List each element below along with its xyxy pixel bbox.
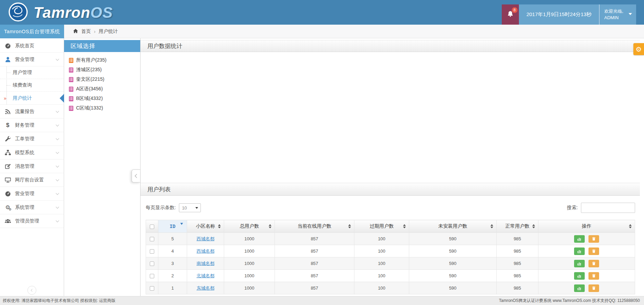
chevron-down-icon bbox=[56, 123, 59, 126]
sidebar-item-label: 流量报告 bbox=[15, 109, 52, 115]
sidebar-collapse-button[interactable] bbox=[27, 286, 36, 295]
column-header-total-users[interactable]: 总用户数 bbox=[224, 220, 275, 233]
sidebar-item-finance[interactable]: 财务管理 bbox=[0, 118, 64, 132]
community-link[interactable]: 北城名都 bbox=[197, 273, 215, 278]
tree-node-icon bbox=[69, 58, 73, 63]
cell-total: 1000 bbox=[224, 257, 275, 270]
column-header-uninstalled-users[interactable]: 未安装用户数 bbox=[409, 220, 497, 233]
sidebar-item-business[interactable]: 营业管理 bbox=[0, 53, 64, 66]
tamronos-admin-app: TamronOS 8 2017年1月9日15时24分13秒 欢迎光临, ADMI… bbox=[0, 0, 644, 305]
region-item-all-users[interactable]: 所有用户(235) bbox=[64, 55, 140, 65]
delete-button[interactable] bbox=[588, 247, 599, 255]
sidebar-item-traffic-report[interactable]: 流量报告 bbox=[0, 105, 64, 118]
table-row: 3 南城名都 1000 857 100 590 985 bbox=[146, 257, 635, 270]
sidebar-item-dashboard[interactable]: 系统首页 bbox=[0, 39, 64, 53]
delete-button[interactable] bbox=[588, 260, 599, 267]
cell-id: 3 bbox=[158, 257, 187, 270]
chevron-down-icon bbox=[629, 13, 632, 15]
column-header-expired-users[interactable]: 过期用户数 bbox=[354, 220, 409, 233]
brand-logo[interactable]: TamronOS bbox=[8, 2, 113, 23]
column-header-actions[interactable]: 操作 bbox=[538, 220, 635, 233]
view-chart-button[interactable] bbox=[574, 235, 585, 243]
sidebar-item-user-management[interactable]: 用户管理 bbox=[0, 66, 64, 79]
globe-logo-icon bbox=[8, 2, 28, 23]
cell-total: 1000 bbox=[224, 270, 275, 282]
system-title: TamronOS后台管理系统 bbox=[0, 25, 64, 38]
view-chart-button[interactable] bbox=[574, 260, 585, 267]
sidebar-item-model-system[interactable]: 模型系统 bbox=[0, 146, 64, 160]
per-page-label: 每页显示条数: bbox=[146, 205, 176, 211]
community-link[interactable]: 西城名都 bbox=[197, 236, 215, 241]
tree-node-icon bbox=[69, 87, 73, 92]
cell-uninstalled: 590 bbox=[409, 270, 497, 282]
sidebar-item-label: 营业管理 bbox=[15, 191, 52, 197]
row-checkbox[interactable] bbox=[150, 286, 154, 291]
search-input[interactable] bbox=[581, 203, 635, 213]
chevron-down-icon bbox=[56, 57, 59, 61]
column-header-id[interactable]: ID bbox=[158, 220, 187, 233]
chevron-down-icon bbox=[56, 137, 59, 140]
region-item-c[interactable]: C区域(1332) bbox=[64, 103, 140, 113]
region-item-a[interactable]: A区语(3456) bbox=[64, 84, 140, 94]
per-page-select[interactable]: 10 bbox=[179, 203, 201, 212]
sidebar-item-work-orders[interactable]: 工单管理 bbox=[0, 132, 64, 146]
column-header-community[interactable]: 小区名称 bbox=[187, 220, 224, 233]
list-panel-title: 用户列表 bbox=[141, 183, 640, 196]
sidebar-nav: 系统首页 营业管理 用户管理 续费查询 用户统计 bbox=[0, 38, 64, 296]
table-toolbar: 每页显示条数: 10 搜索: bbox=[146, 203, 635, 213]
sidebar-item-messages[interactable]: 消息管理 bbox=[0, 160, 64, 173]
sidebar-item-renewal-query[interactable]: 续费查询 bbox=[0, 79, 64, 92]
cell-online: 857 bbox=[275, 282, 354, 294]
sidebar-item-label: 消息管理 bbox=[15, 163, 52, 169]
row-checkbox[interactable] bbox=[150, 262, 154, 266]
notifications-button[interactable]: 8 bbox=[502, 4, 519, 25]
tree-node-icon bbox=[69, 96, 73, 101]
view-chart-button[interactable] bbox=[574, 284, 585, 292]
sort-icon bbox=[269, 224, 271, 228]
column-header-online-users[interactable]: 当前在线用户数 bbox=[275, 220, 354, 233]
table-row: 1 东城名都 1000 857 100 590 985 bbox=[146, 282, 635, 294]
chevron-down-icon bbox=[56, 219, 59, 222]
sidebar-item-business-2[interactable]: 营业管理 bbox=[0, 187, 64, 201]
community-link[interactable]: 西城名都 bbox=[197, 249, 215, 254]
delete-button[interactable] bbox=[588, 235, 599, 243]
row-checkbox[interactable] bbox=[150, 237, 154, 241]
region-item-b[interactable]: B区域(4332) bbox=[64, 94, 140, 103]
region-item-kuiwen[interactable]: 奎文区(2215) bbox=[64, 75, 140, 84]
sidebar-item-user-statistics[interactable]: 用户统计 bbox=[0, 92, 64, 104]
collapse-region-panel-button[interactable] bbox=[132, 169, 140, 182]
region-item-weicheng[interactable]: 潍城区(235) bbox=[64, 65, 140, 75]
table-row: 5 西城名都 1000 857 100 590 985 bbox=[146, 233, 635, 245]
view-chart-button[interactable] bbox=[574, 272, 585, 280]
user-menu[interactable]: 欢迎光临, ADMIN bbox=[599, 4, 636, 25]
row-checkbox[interactable] bbox=[150, 249, 154, 254]
column-header-normal-users[interactable]: 正常用户数 bbox=[497, 220, 538, 233]
cell-online: 857 bbox=[275, 245, 354, 257]
sidebar-item-system-settings[interactable]: 系统管理 bbox=[0, 201, 64, 214]
delete-button[interactable] bbox=[588, 284, 599, 292]
dollar-icon bbox=[4, 122, 11, 128]
cell-normal: 985 bbox=[497, 257, 538, 270]
search-control: 搜索: bbox=[567, 203, 635, 213]
view-chart-button[interactable] bbox=[574, 247, 585, 255]
region-list: 所有用户(235) 潍城区(235) 奎文区(2215) A区语(3456) B… bbox=[64, 55, 140, 113]
sort-icon bbox=[532, 224, 535, 228]
table-row: 2 北城名都 1000 857 100 590 985 bbox=[146, 270, 635, 282]
sitemap-icon bbox=[4, 149, 11, 156]
select-all-checkbox[interactable] bbox=[150, 225, 154, 229]
delete-button[interactable] bbox=[588, 272, 599, 280]
license-info: 授权使用: 潍坊家园驿站电子技术有限公司 授权级别: 运营商版 bbox=[3, 298, 116, 304]
sidebar-item-portal-settings[interactable]: 网厅前台设置 bbox=[0, 173, 64, 187]
cell-uninstalled: 590 bbox=[409, 245, 497, 257]
breadcrumb-home[interactable]: 首页 bbox=[81, 28, 91, 35]
row-checkbox[interactable] bbox=[150, 274, 154, 278]
cell-expired: 100 bbox=[354, 282, 409, 294]
main-area: 用户数据统计 用户列表 每页显示条数: 10 bbox=[141, 38, 644, 296]
community-link[interactable]: 南城名都 bbox=[197, 261, 215, 266]
region-item-label: 所有用户(235) bbox=[76, 57, 107, 63]
community-link[interactable]: 东城名都 bbox=[197, 285, 215, 291]
sidebar-item-admin-management[interactable]: 管理员管理 bbox=[0, 214, 64, 228]
chevron-down-icon bbox=[56, 150, 59, 154]
user-list-panel: 用户列表 每页显示条数: 10 搜索: bbox=[141, 183, 640, 296]
settings-gear-button[interactable] bbox=[633, 43, 644, 55]
